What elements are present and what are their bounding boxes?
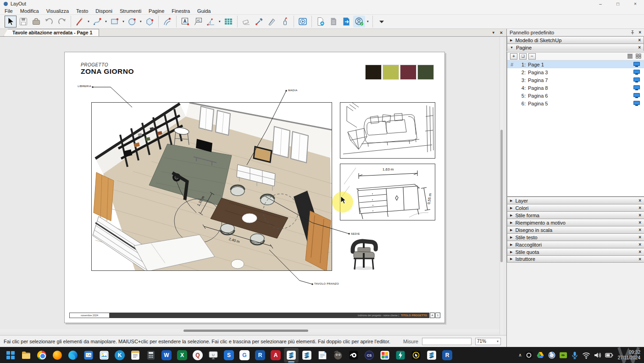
taskbar-blue-app[interactable]: S xyxy=(222,348,236,363)
taskbar-revit[interactable]: R xyxy=(253,348,267,363)
taskbar-gimp[interactable] xyxy=(331,348,345,363)
page-visibility-monitor-icon[interactable] xyxy=(633,93,640,99)
palette-swatch-3[interactable] xyxy=(400,65,416,80)
taskbar-revit-2[interactable]: R xyxy=(440,348,455,363)
close-button[interactable]: × xyxy=(627,1,644,6)
page-row-pagina-7[interactable]: 3:Pagina 7 xyxy=(507,76,644,84)
account-button[interactable] xyxy=(353,16,365,28)
rectangle-tool-caret-icon[interactable]: ▼ xyxy=(122,20,125,23)
section-close-icon[interactable]: × xyxy=(638,227,641,232)
annotation-sedie[interactable]: SEDIE xyxy=(351,232,360,235)
polygon-tool[interactable] xyxy=(144,16,155,28)
section-close-icon[interactable]: × xyxy=(638,249,641,254)
pencil-tool[interactable] xyxy=(74,16,86,28)
section-close-icon[interactable]: × xyxy=(638,242,641,247)
panel-close-icon[interactable]: × xyxy=(638,30,641,35)
madia-sketch-viewport[interactable]: 1,63 m 0,55 m xyxy=(340,164,435,220)
page-visibility-monitor-icon[interactable] xyxy=(633,77,640,83)
document-tab[interactable]: Tavole abitazione arredata - Page 1 xyxy=(4,29,99,36)
taskbar-excel[interactable]: X xyxy=(175,348,189,363)
join-tool[interactable] xyxy=(279,16,291,28)
taskbar-firefox[interactable] xyxy=(50,348,65,363)
page-row-pagina-6[interactable]: 5:Pagina 6 xyxy=(507,92,644,99)
color-palette[interactable] xyxy=(365,65,435,80)
vertical-scrollbar-thumb[interactable] xyxy=(500,130,503,262)
list-view-icon[interactable] xyxy=(627,54,633,59)
section-colori[interactable]: ▶Colori× xyxy=(507,204,644,211)
section-close-icon[interactable]: × xyxy=(638,45,641,50)
taskbar-sketchup-2[interactable] xyxy=(424,348,439,363)
add-page-button[interactable] xyxy=(315,16,327,28)
taskbar-k-app[interactable]: K xyxy=(112,348,127,363)
interior-render-viewport[interactable]: 1,10 m 2,40 m xyxy=(91,102,332,271)
menu-modifica[interactable]: Modifica xyxy=(17,8,43,14)
canvas[interactable]: PROGETTO ZONA GIORNO xyxy=(0,37,506,335)
page-visibility-monitor-icon[interactable] xyxy=(633,62,640,67)
taskbar-start[interactable] xyxy=(3,348,18,363)
taskbar-calculator[interactable] xyxy=(144,348,158,363)
eraser-tool[interactable] xyxy=(240,16,252,28)
section-sketchup-model[interactable]: ▶ Modello di SketchUp × xyxy=(507,36,644,44)
page-visibility-monitor-icon[interactable] xyxy=(633,70,640,75)
palette-swatch-2[interactable] xyxy=(383,65,399,80)
taskbar-cursor-app[interactable] xyxy=(409,348,423,363)
tray-wifi-icon[interactable] xyxy=(582,351,591,360)
grid-view-icon[interactable] xyxy=(636,54,641,59)
section-istruttore[interactable]: ▶Istruttore× xyxy=(507,255,644,263)
page-row-pagina-5[interactable]: 6:Pagina 5 xyxy=(507,99,644,107)
page-row-page-1[interactable]: #1:Page 1 xyxy=(507,60,644,68)
layout-page[interactable]: PROGETTO ZONA GIORNO xyxy=(64,52,445,323)
section-disegno-in-scala[interactable]: ▶Disegno in scala× xyxy=(507,226,644,233)
spline-tool[interactable] xyxy=(91,16,103,28)
tab-close-icon[interactable]: × xyxy=(500,30,503,35)
rectangle-tool[interactable] xyxy=(109,16,121,28)
spline-tool-caret-icon[interactable]: ▼ xyxy=(105,20,107,23)
dimension-tool[interactable] xyxy=(205,16,217,28)
account-button-caret-icon[interactable]: ▼ xyxy=(366,20,369,23)
toolbar-overflow-caret[interactable] xyxy=(376,16,388,28)
taskbar-remote-monitor[interactable]: U xyxy=(206,348,221,363)
taskbar-media-player[interactable] xyxy=(81,348,96,363)
tray-mic-icon[interactable] xyxy=(570,351,579,360)
palette-swatch-4[interactable] xyxy=(417,65,434,80)
section-stile-forma[interactable]: ▶Stile forma× xyxy=(507,211,644,219)
horizontal-scrollbar-thumb[interactable] xyxy=(183,330,308,332)
portfolio-button[interactable] xyxy=(30,16,42,28)
section-layer[interactable]: ▶Layer× xyxy=(507,197,644,204)
section-stile-quota[interactable]: ▶Stile quota× xyxy=(507,248,644,255)
circle-tool[interactable] xyxy=(126,16,138,28)
section-stile-testo[interactable]: ▶Stile testo× xyxy=(507,233,644,241)
taskbar-edge[interactable] xyxy=(66,348,80,363)
page-visibility-monitor-icon[interactable] xyxy=(633,101,640,106)
taskbar-notes-app[interactable] xyxy=(315,348,330,363)
annotation-libreria[interactable]: LIBRERIA xyxy=(70,85,91,88)
pencil-tool-caret-icon[interactable]: ▼ xyxy=(87,20,90,23)
zoom-combobox[interactable]: 71% ▼ xyxy=(475,338,501,345)
taskbar-capture-app[interactable] xyxy=(393,348,408,363)
text-tool[interactable]: A xyxy=(179,16,191,28)
maximize-button[interactable]: □ xyxy=(609,1,627,6)
vertical-scrollbar[interactable] xyxy=(500,37,503,335)
menu-testo[interactable]: Testo xyxy=(72,8,92,14)
page-gray-button[interactable] xyxy=(328,16,339,28)
split-tool[interactable] xyxy=(266,16,278,28)
section-close-icon[interactable]: × xyxy=(638,198,641,203)
taskbar-chrome[interactable] xyxy=(34,348,49,363)
taskbar-g-app[interactable]: G xyxy=(237,348,252,363)
menu-pagine[interactable]: Pagine xyxy=(145,8,168,14)
select-tool[interactable] xyxy=(5,16,17,28)
section-pages[interactable]: ▼ Pagine × xyxy=(507,44,644,51)
taskbar-cs-app[interactable]: CS xyxy=(362,348,377,363)
menu-strumenti[interactable]: Strumenti xyxy=(116,8,145,14)
sofa-sketch-viewport[interactable] xyxy=(340,102,435,159)
taskbar-sketchup[interactable] xyxy=(284,348,299,363)
label-tool[interactable]: A1 xyxy=(192,16,204,28)
start-presentation-button[interactable] xyxy=(297,16,309,28)
circle-tool-caret-icon[interactable]: ▼ xyxy=(139,20,142,23)
tray-volume-icon[interactable] xyxy=(593,351,602,360)
duplicate-page-button[interactable]: ❏ xyxy=(519,53,527,60)
save-button[interactable] xyxy=(17,16,29,28)
table-tool[interactable] xyxy=(222,16,234,28)
annotation-tavolo-pranzo[interactable]: TAVOLO PRANZO xyxy=(314,282,339,285)
horizontal-scrollbar[interactable] xyxy=(0,329,499,332)
